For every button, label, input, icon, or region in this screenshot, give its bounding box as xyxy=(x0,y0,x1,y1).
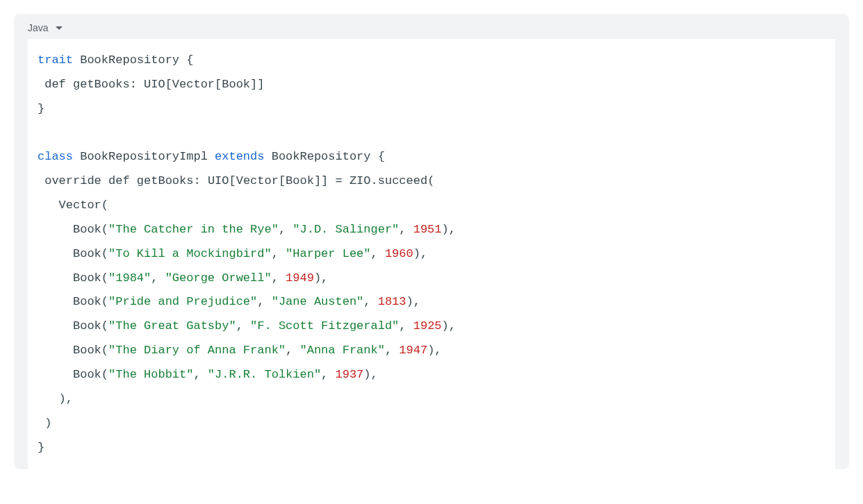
code-line: def getBooks: UIO[Vector[Book]] xyxy=(28,73,835,97)
identifier: getBooks xyxy=(73,78,130,91)
code-line: Book("Pride and Prejudice", "Jane Austen… xyxy=(28,290,835,314)
language-dropdown[interactable]: Java xyxy=(28,22,63,33)
string-literal: "Anna Frank" xyxy=(299,344,384,357)
code-line: Vector( xyxy=(28,194,835,218)
code-line: } xyxy=(28,97,835,121)
language-label: Java xyxy=(28,22,49,33)
string-literal: "To Kill a Mockingbird" xyxy=(108,247,272,260)
code-block[interactable]: trait BookRepository { def getBooks: UIO… xyxy=(28,39,835,469)
string-literal: "Jane Austen" xyxy=(272,295,364,308)
code-header: Java xyxy=(14,14,849,39)
keyword: extends xyxy=(215,150,264,163)
keyword: trait xyxy=(38,53,73,67)
string-literal: "J.D. Salinger" xyxy=(293,223,399,236)
number-literal: 1949 xyxy=(286,271,314,285)
call: Book xyxy=(73,247,101,260)
call: Book xyxy=(73,223,101,236)
chevron-down-icon xyxy=(56,26,63,30)
call: Vector( xyxy=(59,199,108,212)
identifier: BookRepository xyxy=(272,150,371,163)
code-line: Book("To Kill a Mockingbird", "Harper Le… xyxy=(28,242,835,267)
identifier: BookRepositoryImpl xyxy=(80,150,208,163)
string-literal: "Harper Lee" xyxy=(286,247,370,260)
code-line: Book("The Hobbit", "J.R.R. Tolkien", 193… xyxy=(28,363,835,387)
string-literal: "The Great Gatsby" xyxy=(108,319,236,333)
call: ZIO.succeed( xyxy=(350,174,434,187)
string-literal: "The Diary of Anna Frank" xyxy=(108,344,286,357)
number-literal: 1937 xyxy=(336,368,364,381)
keyword: def xyxy=(108,174,130,187)
code-line xyxy=(28,121,835,146)
keyword: override xyxy=(44,174,101,187)
call: Book xyxy=(73,295,101,308)
number-literal: 1813 xyxy=(378,295,406,308)
type: UIO[Vector[Book]] xyxy=(208,174,328,187)
string-literal: "George Orwell" xyxy=(165,271,272,285)
number-literal: 1947 xyxy=(399,344,427,357)
string-literal: "F. Scott Fitzgerald" xyxy=(250,319,399,333)
identifier: getBooks xyxy=(137,174,194,187)
string-literal: "The Hobbit" xyxy=(108,368,193,381)
call: Book xyxy=(73,368,101,381)
identifier: BookRepository xyxy=(80,53,179,67)
code-line: Book("The Great Gatsby", "F. Scott Fitzg… xyxy=(28,314,835,339)
number-literal: 1951 xyxy=(413,223,442,236)
keyword: def xyxy=(44,78,66,91)
call: Book xyxy=(73,344,101,357)
call: Book xyxy=(73,319,101,333)
code-line: } xyxy=(28,436,835,460)
number-literal: 1960 xyxy=(385,247,413,260)
call: Book xyxy=(73,271,101,285)
code-line: override def getBooks: UIO[Vector[Book]]… xyxy=(28,169,835,194)
number-literal: 1925 xyxy=(413,319,442,333)
code-card: Java trait BookRepository { def getBooks… xyxy=(14,14,849,469)
string-literal: "J.R.R. Tolkien" xyxy=(208,368,321,381)
code-line: Book("1984", "George Orwell", 1949), xyxy=(28,267,835,291)
code-line: ), xyxy=(28,387,835,412)
code-line: Book("The Catcher in the Rye", "J.D. Sal… xyxy=(28,218,835,242)
code-line: class BookRepositoryImpl extends BookRep… xyxy=(28,145,835,169)
string-literal: "Pride and Prejudice" xyxy=(108,295,257,308)
string-literal: "The Catcher in the Rye" xyxy=(108,223,279,236)
code-line: Book("The Diary of Anna Frank", "Anna Fr… xyxy=(28,339,835,363)
code-line: trait BookRepository { xyxy=(28,49,835,73)
keyword: class xyxy=(38,150,73,163)
string-literal: "1984" xyxy=(108,271,151,285)
type: UIO[Vector[Book]] xyxy=(144,78,264,91)
code-line: ) xyxy=(28,412,835,436)
